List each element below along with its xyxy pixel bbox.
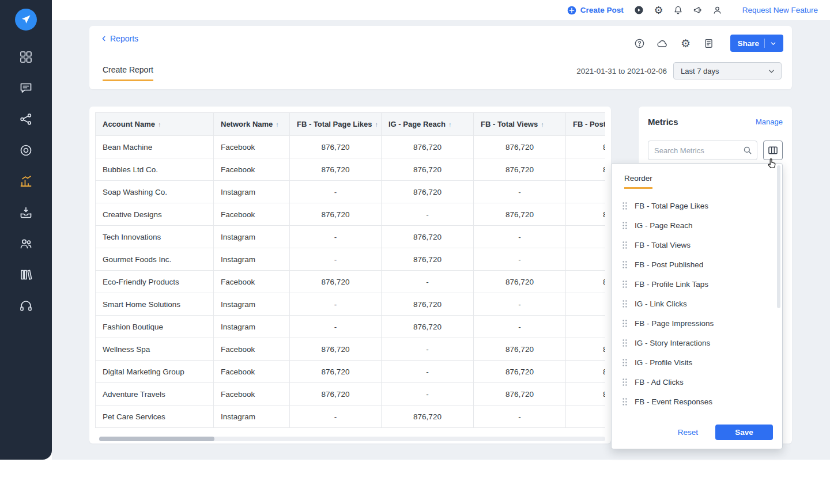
- drag-handle-icon[interactable]: [622, 378, 628, 386]
- reorder-item[interactable]: FB - Page Impressions: [612, 313, 782, 333]
- drag-handle-icon[interactable]: [622, 339, 628, 347]
- cell-fb-posts-published: 876,720: [566, 158, 606, 181]
- save-button[interactable]: Save: [715, 425, 773, 440]
- popup-scrollbar-thumb[interactable]: [777, 165, 780, 308]
- announcements-icon[interactable]: [693, 5, 703, 16]
- team-icon: [19, 237, 33, 251]
- metric-label: FB - Total Page Likes: [635, 202, 708, 210]
- drag-handle-icon[interactable]: [622, 202, 628, 210]
- sidebar-item-connections[interactable]: [19, 112, 33, 126]
- video-play-icon[interactable]: [634, 5, 644, 16]
- drag-handle-icon[interactable]: [622, 260, 628, 269]
- column-header[interactable]: FB - Posts Published↑: [566, 113, 606, 136]
- back-to-reports-link[interactable]: Reports: [100, 34, 138, 43]
- bell-icon[interactable]: [673, 5, 684, 16]
- sidebar-item-inbox[interactable]: [19, 206, 33, 219]
- drag-handle-icon[interactable]: [622, 241, 628, 249]
- reorder-item[interactable]: FB - Total Page Likes: [612, 196, 782, 215]
- table-row[interactable]: Digital Marketing Group Facebook 876,720…: [96, 361, 606, 383]
- table-row[interactable]: Wellness Spa Facebook 876,720 - 876,720 …: [96, 338, 606, 361]
- app-logo[interactable]: [15, 9, 37, 31]
- request-new-feature-link[interactable]: Request New Feature: [742, 6, 818, 14]
- reset-button[interactable]: Reset: [678, 428, 698, 437]
- sidebar-item-dashboard[interactable]: [19, 50, 33, 64]
- sidebar-item-support[interactable]: [19, 299, 33, 313]
- settings-icon[interactable]: ⚙: [680, 37, 691, 49]
- horizontal-scrollbar-thumb[interactable]: [99, 437, 214, 441]
- cell-network-name: Facebook: [214, 136, 290, 158]
- drag-handle-icon[interactable]: [622, 280, 628, 289]
- dashboard-icon: [19, 50, 33, 64]
- cell-ig-page-reach: 876,720: [382, 406, 474, 428]
- column-header[interactable]: FB - Total Page Likes↑: [290, 113, 382, 136]
- reorder-item[interactable]: FB - Post Published: [612, 255, 782, 274]
- sidebar-item-posts[interactable]: [19, 81, 33, 95]
- create-post-button[interactable]: Create Post: [567, 6, 624, 15]
- cell-account-name: Pet Care Services: [96, 406, 214, 428]
- metric-label: FB - Ad Clicks: [635, 378, 684, 386]
- metric-label: FB - Page Impressions: [635, 319, 714, 328]
- table-row[interactable]: Creative Designs Facebook 876,720 - 876,…: [96, 203, 606, 226]
- reorder-item[interactable]: IG - Link Clicks: [612, 294, 782, 313]
- table-row[interactable]: Fashion Boutique Instagram - 876,720 - -: [96, 316, 606, 338]
- help-icon[interactable]: [633, 37, 645, 49]
- date-range-text: 2021-01-31 to 2021-02-06: [576, 67, 667, 75]
- cell-fb-total-views: -: [474, 248, 566, 271]
- table-row[interactable]: Pet Care Services Instagram - 876,720 - …: [96, 406, 606, 428]
- metric-label: IG - Link Clicks: [635, 300, 687, 308]
- drag-handle-icon[interactable]: [622, 300, 628, 308]
- inbox-download-icon: [19, 206, 33, 219]
- sidebar-item-library[interactable]: [19, 268, 33, 282]
- reorder-item[interactable]: FB - Profile Link Taps: [612, 274, 782, 294]
- paper-plane-icon: [20, 14, 32, 25]
- manage-metrics-link[interactable]: Manage: [756, 118, 783, 126]
- metric-label: IG - Profile Visits: [635, 358, 692, 367]
- table-row[interactable]: Smart Home Solutions Instagram - 876,720…: [96, 293, 606, 316]
- cell-account-name: Tech Innovations: [96, 226, 214, 248]
- metrics-title: Metrics: [648, 117, 678, 127]
- table-row[interactable]: Bean Machine Facebook 876,720 876,720 87…: [96, 136, 606, 158]
- column-header[interactable]: Account Name↑: [96, 113, 214, 136]
- reorder-item[interactable]: FB - Ad Clicks: [612, 372, 782, 392]
- sidebar-item-targeting[interactable]: [19, 143, 33, 157]
- search-metrics-input[interactable]: [648, 141, 757, 160]
- cell-fb-posts-published: 876,720: [566, 271, 606, 293]
- reorder-item[interactable]: IG - Page Reach: [612, 215, 782, 235]
- reorder-item[interactable]: FB - Total Views: [612, 235, 782, 255]
- column-header[interactable]: FB - Total Views↑: [474, 113, 566, 136]
- sort-asc-icon: ↑: [541, 121, 544, 128]
- cell-fb-posts-published: -: [566, 226, 606, 248]
- column-header[interactable]: IG - Page Reach↑: [382, 113, 474, 136]
- drag-handle-icon[interactable]: [622, 397, 628, 406]
- reorder-item[interactable]: IG - Story Interactions: [612, 333, 782, 353]
- column-header[interactable]: Network Name↑: [214, 113, 290, 136]
- table-row[interactable]: Tech Innovations Instagram - 876,720 - -: [96, 226, 606, 248]
- table-row[interactable]: Bubbles Ltd Co. Facebook 876,720 876,720…: [96, 158, 606, 181]
- table-row[interactable]: Eco-Friendly Products Facebook 876,720 -…: [96, 271, 606, 293]
- table-row[interactable]: Gourmet Foods Inc. Instagram - 876,720 -…: [96, 248, 606, 271]
- drag-handle-icon[interactable]: [622, 319, 628, 328]
- cell-account-name: Bubbles Ltd Co.: [96, 158, 214, 181]
- tab-reorder[interactable]: Reorder: [624, 174, 652, 189]
- analytics-icon: [19, 175, 33, 188]
- sidebar-nav: [19, 50, 33, 313]
- reorder-item[interactable]: FB - Event Responses: [612, 392, 782, 411]
- cell-network-name: Instagram: [214, 406, 290, 428]
- share-button[interactable]: Share: [730, 35, 783, 52]
- horizontal-scrollbar-track[interactable]: [99, 437, 605, 441]
- cloud-icon[interactable]: [657, 37, 668, 49]
- tab-create-report[interactable]: Create Report: [103, 65, 153, 81]
- report-log-icon[interactable]: [703, 37, 714, 49]
- search-icon[interactable]: [742, 145, 753, 156]
- reorder-item[interactable]: IG - Profile Visits: [612, 353, 782, 372]
- user-icon[interactable]: [712, 5, 723, 16]
- date-preset-select[interactable]: Last 7 days: [673, 62, 782, 79]
- sidebar-item-team[interactable]: [19, 237, 33, 251]
- sidebar-item-analytics-active[interactable]: [19, 175, 33, 188]
- drag-handle-icon[interactable]: [622, 358, 628, 367]
- gear-icon[interactable]: ⚙: [654, 5, 664, 16]
- table-row[interactable]: Adventure Travels Facebook 876,720 - 876…: [96, 383, 606, 406]
- column-settings-button[interactable]: [763, 141, 783, 160]
- table-row[interactable]: Soap Washing Co. Instagram - 876,720 - -: [96, 181, 606, 203]
- drag-handle-icon[interactable]: [622, 221, 628, 230]
